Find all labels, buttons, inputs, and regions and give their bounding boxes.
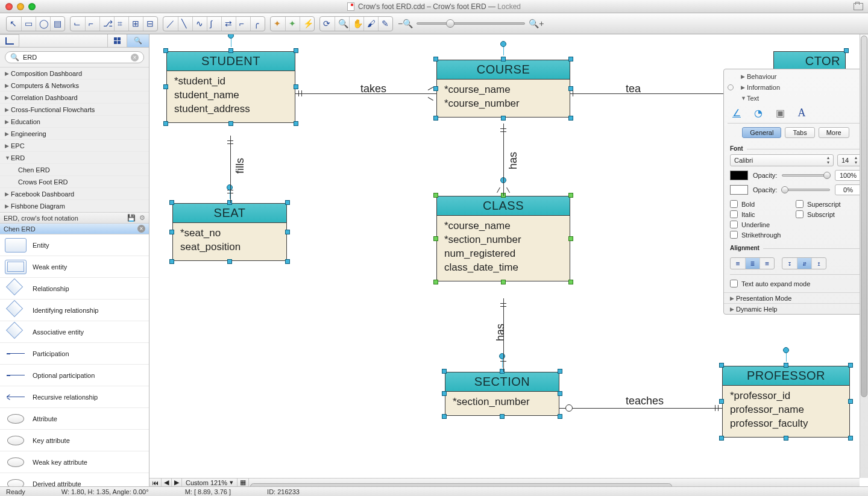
tree-item[interactable]: ▶Fishbone Diagram <box>0 200 149 212</box>
stencil-item[interactable]: Relationship <box>0 278 149 300</box>
save-stencil-icon[interactable]: 💾 <box>127 214 136 222</box>
disclosure-triangle-icon[interactable]: ▶ <box>5 131 11 137</box>
tree-item[interactable]: ▶Engineering <box>0 128 149 140</box>
entity-course[interactable]: COURSE *course_name*course_number <box>436 60 570 118</box>
text-shadow-icon[interactable]: ▣ <box>773 106 787 119</box>
zoom-in-icon[interactable]: 🔍 <box>335 17 349 31</box>
smart-connector-tool[interactable]: ⇄ <box>221 17 236 31</box>
spline-tool[interactable]: ∿ <box>192 17 207 31</box>
stencil-item[interactable]: Weak entity <box>0 256 149 278</box>
stencil-item[interactable]: Derived attribute <box>0 473 149 486</box>
section-presentation-mode[interactable]: ▶Presentation Mode <box>724 292 867 303</box>
tree-item[interactable]: ▼ERD <box>0 152 149 164</box>
tree-down-icon[interactable]: ⎇ <box>99 17 114 31</box>
bezier-tool[interactable]: ∫ <box>207 17 221 31</box>
zoom-in-slider-icon[interactable]: 🔍+ <box>529 19 544 28</box>
format-painter-icon[interactable]: 🖌 <box>363 17 378 31</box>
stencil-item[interactable]: Attribute <box>0 408 149 430</box>
arc-tool[interactable]: ╲ <box>178 17 192 31</box>
stencil-header-chen-erd[interactable]: Chen ERD × <box>0 224 149 234</box>
cb-text-auto-expand[interactable]: Text auto expand mode <box>730 280 861 287</box>
tree-item[interactable]: ▶Cross-Functional Flowcharts <box>0 104 149 116</box>
effects-1-icon[interactable]: ✦ <box>271 17 285 31</box>
section-behaviour[interactable]: ▶Behaviour <box>737 71 864 82</box>
opacity-slider-2[interactable] <box>782 189 830 191</box>
stencil-item[interactable]: Associative entity <box>0 321 149 343</box>
window-zoom-button[interactable] <box>28 3 36 10</box>
font-size-select[interactable]: 14▴▾ <box>837 154 861 166</box>
disclosure-triangle-icon[interactable]: ▶ <box>5 191 11 197</box>
text-tool[interactable]: ▤ <box>50 17 64 31</box>
stencil-item[interactable]: Participation <box>0 343 149 365</box>
entity-class[interactable]: CLASS *course_name*section_numbernum_reg… <box>436 196 570 281</box>
entity-student[interactable]: STUDENT *student_idstudent_namestudent_a… <box>166 51 295 123</box>
zoom-out-icon[interactable]: −🔍 <box>398 19 413 28</box>
tree-up-icon[interactable]: ⌗ <box>114 17 128 31</box>
tree-right-icon[interactable]: ⌐ <box>85 17 99 31</box>
tree-item[interactable]: Crows Foot ERD <box>0 176 149 188</box>
stencil-item[interactable]: Recursive relationship <box>0 386 149 408</box>
cb-strikethrough[interactable]: Strikethrough <box>730 231 796 239</box>
canvas-vertical-scrollbar[interactable] <box>860 34 868 478</box>
entity-section[interactable]: SECTION *section_number <box>445 372 559 416</box>
zoom-refresh-icon[interactable]: ⟳ <box>320 17 335 31</box>
section-dynamic-help[interactable]: ▶Dynamic Help <box>724 303 867 314</box>
zoom-slider[interactable]: −🔍 🔍+ <box>398 19 544 28</box>
opacity-value-2[interactable]: 0% <box>835 184 861 195</box>
stencil-item[interactable]: Entity <box>0 234 149 256</box>
tab-more[interactable]: More <box>819 127 849 138</box>
library-tree[interactable]: ▶Composition Dashboard▶Computers & Netwo… <box>0 67 149 213</box>
opacity-slider-1[interactable] <box>782 174 830 177</box>
hand-tool[interactable]: ✋ <box>349 17 363 31</box>
text-underline-color-icon[interactable]: ∠ <box>730 106 743 119</box>
stencil-list[interactable]: EntityWeak entityRelationshipIdentifying… <box>0 234 149 486</box>
round-connector-tool[interactable]: ╭ <box>250 17 265 31</box>
disclosure-triangle-icon[interactable]: ▶ <box>5 119 11 125</box>
disclosure-triangle-icon[interactable]: ▶ <box>5 143 11 149</box>
stencil-item[interactable]: Key attribute <box>0 430 149 451</box>
tab-tabs[interactable]: Tabs <box>785 127 814 138</box>
tree-item[interactable]: ▶Composition Dashboard <box>0 67 149 80</box>
sidebar-tree-tab[interactable] <box>0 34 19 47</box>
tree-item[interactable]: ▶Facebook Dashboard <box>0 188 149 200</box>
window-minimize-button[interactable] <box>17 3 24 10</box>
window-close-button[interactable] <box>5 3 13 10</box>
view-mode-icon[interactable]: ▦ <box>237 479 249 487</box>
section-text[interactable]: ▼Text <box>737 93 864 104</box>
canvas-horizontal-scrollbar[interactable]: ⏮ ◀ ▶ Custom 121% ▾ ▦ <box>149 478 860 486</box>
tree-item[interactable]: Chen ERD <box>0 164 149 176</box>
opacity-value-1[interactable]: 100% <box>835 170 861 181</box>
effects-2-icon[interactable]: ✦ <box>285 17 300 31</box>
disclosure-triangle-icon[interactable]: ▶ <box>5 203 11 209</box>
font-style-icon[interactable]: A <box>795 106 808 119</box>
text-color-swatch[interactable] <box>730 171 748 180</box>
right-angle-tool[interactable]: ⌐ <box>236 17 250 31</box>
disclosure-triangle-icon[interactable]: ▶ <box>5 83 11 89</box>
page-next-icon[interactable]: ▶ <box>172 479 182 487</box>
tree-left-icon[interactable]: ⌙ <box>71 17 85 31</box>
canvas-area[interactable]: STUDENT *student_idstudent_namestudent_a… <box>149 34 868 486</box>
close-stencil-icon[interactable]: × <box>137 225 145 233</box>
tree-balance-icon[interactable]: ⊞ <box>128 17 143 31</box>
sidebar-grid-tab[interactable] <box>108 34 127 47</box>
disclosure-triangle-icon[interactable]: ▶ <box>5 95 11 101</box>
text-fill-icon[interactable]: ◔ <box>752 106 765 119</box>
zoom-combo[interactable]: Custom 121% ▾ <box>182 479 237 487</box>
clear-search-icon[interactable]: × <box>131 54 139 61</box>
valign-segmented[interactable]: ↧⇵↥ <box>782 257 826 269</box>
line-tool[interactable]: ／ <box>163 17 178 31</box>
halign-segmented[interactable]: ≡≣≡ <box>730 257 775 269</box>
sidebar-search-tab[interactable]: 🔍 <box>127 34 149 47</box>
entity-seat[interactable]: SEAT *seat_noseat_position <box>172 203 287 261</box>
stencil-item[interactable]: Optional participation <box>0 365 149 386</box>
cb-underline[interactable]: Underline <box>730 221 796 228</box>
library-search-input[interactable]: 🔍 ERD × <box>5 51 144 63</box>
stencil-options-icon[interactable]: ⚙ <box>139 214 145 222</box>
fullscreen-icon[interactable] <box>854 3 863 10</box>
section-information[interactable]: ▶Information <box>737 82 864 93</box>
font-family-select[interactable]: Calibri▴▾ <box>730 154 834 166</box>
stencil-item[interactable]: Identifying relationship <box>0 300 149 321</box>
pointer-tool[interactable]: ↖ <box>7 17 21 31</box>
cb-bold[interactable]: Bold <box>730 200 796 208</box>
stencil-item[interactable]: Weak key attribute <box>0 451 149 473</box>
